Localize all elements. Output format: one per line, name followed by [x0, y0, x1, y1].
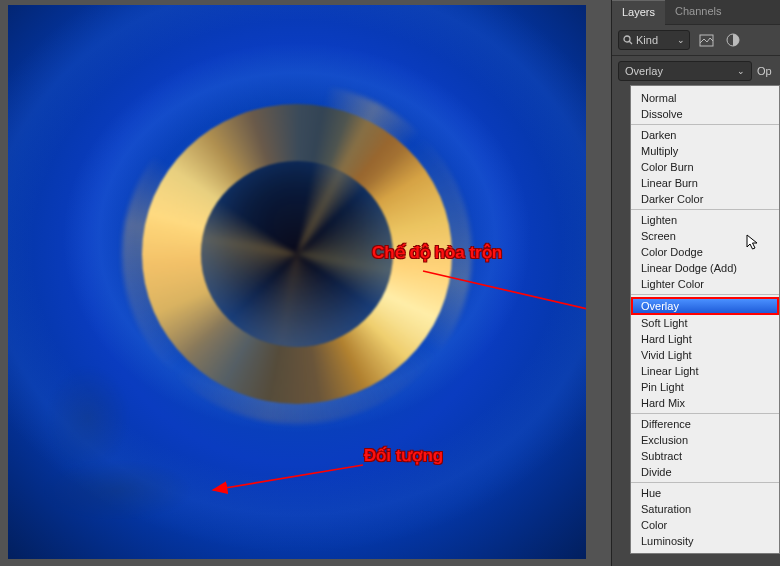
blend-option-hardmix[interactable]: Hard Mix	[631, 395, 779, 411]
svg-line-5	[629, 41, 632, 44]
blend-option-lightercolor[interactable]: Lighter Color	[631, 276, 779, 292]
blend-option-vividlight[interactable]: Vivid Light	[631, 347, 779, 363]
blend-option-colordodge[interactable]: Color Dodge	[631, 244, 779, 260]
blend-option-screen[interactable]: Screen	[631, 228, 779, 244]
chevron-down-icon: ⌄	[737, 66, 745, 76]
artwork-preview: Chế độ hòa trộn Đối tượng	[8, 5, 586, 559]
blend-option-luminosity[interactable]: Luminosity	[631, 533, 779, 549]
blend-option-exclusion[interactable]: Exclusion	[631, 432, 779, 448]
blend-option-linearlight[interactable]: Linear Light	[631, 363, 779, 379]
blend-option-divide[interactable]: Divide	[631, 464, 779, 480]
svg-point-4	[624, 36, 630, 42]
octopus-object	[18, 364, 218, 544]
blend-option-lineardodge[interactable]: Linear Dodge (Add)	[631, 260, 779, 276]
blend-option-colorburn[interactable]: Color Burn	[631, 159, 779, 175]
blend-option-darken[interactable]: Darken	[631, 127, 779, 143]
blend-option-color[interactable]: Color	[631, 517, 779, 533]
blend-mode-value: Overlay	[625, 65, 663, 77]
blend-option-saturation[interactable]: Saturation	[631, 501, 779, 517]
blend-mode-row: Overlay ⌄ Op	[612, 56, 780, 86]
blend-option-multiply[interactable]: Multiply	[631, 143, 779, 159]
kind-filter-label: Kind	[636, 34, 658, 46]
tab-channels[interactable]: Channels	[665, 0, 731, 25]
blend-option-hardlight[interactable]: Hard Light	[631, 331, 779, 347]
annotation-blend-mode: Chế độ hòa trộn	[372, 242, 502, 263]
blend-option-subtract[interactable]: Subtract	[631, 448, 779, 464]
blend-option-softlight[interactable]: Soft Light	[631, 315, 779, 331]
blend-mode-select[interactable]: Overlay ⌄	[618, 61, 752, 81]
annotation-object: Đối tượng	[364, 445, 443, 466]
blend-option-linearburn[interactable]: Linear Burn	[631, 175, 779, 191]
blend-option-pinlight[interactable]: Pin Light	[631, 379, 779, 395]
blend-option-lighten[interactable]: Lighten	[631, 212, 779, 228]
filter-adjust-icon[interactable]	[722, 30, 744, 50]
canvas-area[interactable]: Chế độ hòa trộn Đối tượng	[0, 0, 611, 566]
blend-option-difference[interactable]: Difference	[631, 416, 779, 432]
search-icon	[623, 35, 633, 45]
kind-filter-select[interactable]: Kind ⌄	[618, 30, 690, 50]
tab-layers[interactable]: Layers	[612, 0, 665, 25]
blend-option-normal[interactable]: Normal	[631, 90, 779, 106]
blend-option-dissolve[interactable]: Dissolve	[631, 106, 779, 122]
opacity-label: Op	[757, 65, 772, 77]
blend-mode-dropdown: Normal Dissolve Darken Multiply Color Bu…	[630, 85, 780, 554]
blend-option-darkercolor[interactable]: Darker Color	[631, 191, 779, 207]
layer-filter-row: Kind ⌄	[612, 25, 780, 56]
chevron-down-icon: ⌄	[677, 35, 685, 45]
blend-option-hue[interactable]: Hue	[631, 485, 779, 501]
panel-tabs: Layers Channels	[612, 0, 780, 25]
filter-pixel-icon[interactable]	[695, 30, 717, 50]
blend-option-overlay[interactable]: Overlay	[631, 297, 779, 315]
